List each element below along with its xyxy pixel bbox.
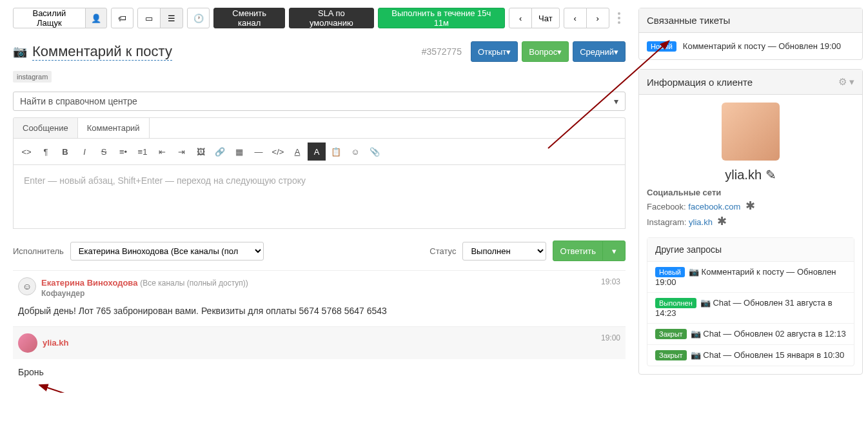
editor-body[interactable]: Enter — новый абзац, Shift+Enter — перех… xyxy=(13,164,626,229)
reply-button[interactable]: Ответить xyxy=(553,241,603,261)
star-icon[interactable]: ✱ xyxy=(745,199,755,212)
camera-icon: 📷 xyxy=(13,44,27,59)
outdent-icon[interactable]: ⇤ xyxy=(153,143,171,161)
ig-label: Instagram: xyxy=(647,217,686,227)
bold-icon[interactable]: B xyxy=(56,143,74,161)
sidebar: Связанные тикеты Новый Комментарий к пос… xyxy=(638,0,868,393)
italic-icon[interactable]: I xyxy=(75,143,94,161)
fb-label: Facebook: xyxy=(647,202,686,212)
related-ticket-link[interactable]: Комментарий к посту — Обновлен 19:00 xyxy=(683,41,841,51)
caret-down-icon: ▾ xyxy=(506,47,511,57)
status-badge: Новый xyxy=(647,41,676,52)
other-request-item[interactable]: Закрыт📷 Chat — Обновлен 02 августа в 12:… xyxy=(647,324,854,345)
sla-button[interactable]: SLA по умолчанию xyxy=(289,8,374,28)
tag-button[interactable]: 🏷 xyxy=(111,8,133,28)
tag-instagram[interactable]: instagram xyxy=(13,71,52,83)
type-button[interactable]: Вопрос ▾ xyxy=(522,41,569,62)
msg-time: 19:03 xyxy=(601,277,620,286)
user-icon-button[interactable]: 👤 xyxy=(85,8,108,28)
ol-icon[interactable]: ≡1 xyxy=(133,143,152,161)
client-avatar xyxy=(722,103,780,161)
user-icon: 👤 xyxy=(91,14,101,23)
nav-next-button[interactable]: › xyxy=(586,8,609,28)
status-label: Статус xyxy=(429,246,456,256)
status-badge: Выполнен xyxy=(655,298,696,308)
paragraph-icon[interactable]: ¶ xyxy=(37,143,55,161)
user-button[interactable]: Василий Лащук xyxy=(13,8,86,28)
ul-icon[interactable]: ≡• xyxy=(114,143,132,161)
msg-author[interactable]: ylia.kh xyxy=(43,338,68,348)
gear-icon[interactable]: ⚙ ▾ xyxy=(838,76,854,88)
assignee-select[interactable]: Екатерина Виноходова (Все каналы (полный… xyxy=(70,242,264,261)
layout-list-button[interactable]: ☰ xyxy=(160,8,183,28)
link-icon[interactable]: 🔗 xyxy=(211,143,229,161)
avatar xyxy=(18,333,37,353)
msg-subtitle: Кофаундер xyxy=(41,289,84,298)
status-select[interactable]: Выполнен xyxy=(462,242,546,261)
hr-icon[interactable]: — xyxy=(250,143,268,161)
ticket-title[interactable]: Комментарий к посту xyxy=(32,43,172,61)
message-block: ylia.kh 19:00 xyxy=(13,326,626,359)
camera-icon: 📷 xyxy=(691,350,701,360)
camera-icon: 📷 xyxy=(689,267,699,277)
layout-wide-button[interactable]: ▭ xyxy=(137,8,161,28)
chat-button[interactable]: Чат xyxy=(531,8,560,28)
edit-icon[interactable]: ✎ xyxy=(765,168,776,182)
social-label: Социальные сети xyxy=(647,188,854,197)
other-request-item[interactable]: Закрыт📷 Chat — Обновлен 15 января в 10:3… xyxy=(647,345,854,366)
strike-icon[interactable]: S xyxy=(95,143,113,161)
clock-button[interactable]: 🕐 xyxy=(187,8,210,28)
layout-wide-icon: ▭ xyxy=(145,14,153,23)
chevron-left-icon: ‹ xyxy=(573,14,576,23)
priority-button[interactable]: Средний ▾ xyxy=(573,41,626,62)
help-center-search[interactable]: Найти в справочном центре ▾ xyxy=(13,92,626,111)
image-icon[interactable]: 🖼 xyxy=(192,143,210,161)
font-color-icon[interactable]: A xyxy=(288,143,306,161)
avatar: ☺ xyxy=(18,277,36,295)
tab-message[interactable]: Сообщение xyxy=(14,118,78,138)
panel-header: Связанные тикеты xyxy=(639,8,862,33)
request-text: Chat — Обновлен 02 августа в 12:13 xyxy=(703,329,845,339)
status-button[interactable]: Открыт ▾ xyxy=(471,41,518,62)
bg-color-icon[interactable]: A xyxy=(308,143,326,161)
chevron-right-icon: › xyxy=(596,14,598,23)
fb-link[interactable]: facebook.com xyxy=(688,202,740,212)
table-icon[interactable]: ▦ xyxy=(230,143,248,161)
deadline-button[interactable]: Выполнить в течение 15ч 11м xyxy=(378,8,505,28)
msg-body: Бронь xyxy=(13,359,626,385)
star-icon[interactable]: ✱ xyxy=(717,215,727,228)
more-menu[interactable] xyxy=(613,12,626,24)
emoji-icon[interactable]: ☺ xyxy=(346,143,364,161)
caret-down-icon: ▾ xyxy=(612,246,616,256)
chat-prev-button[interactable]: ‹ xyxy=(509,8,532,28)
msg-author[interactable]: Екатерина Виноходова xyxy=(41,278,137,288)
request-text: Chat — Обновлен 15 января в 10:30 xyxy=(703,350,844,360)
chevron-left-icon: ‹ xyxy=(519,14,522,23)
other-request-item[interactable]: Новый📷 Комментарий к посту — Обновлен 19… xyxy=(647,262,854,293)
caret-down-icon: ▾ xyxy=(614,96,618,106)
svg-line-0 xyxy=(45,387,161,393)
ticket-id: #3572775 xyxy=(422,46,462,57)
ig-link[interactable]: ylia.kh xyxy=(689,217,713,227)
tab-comment[interactable]: Комментарий xyxy=(78,118,150,138)
codeblock-icon[interactable]: </> xyxy=(269,143,287,161)
msg-time: 19:00 xyxy=(601,333,620,342)
camera-icon: 📷 xyxy=(691,329,701,339)
nav-prev-button[interactable]: ‹ xyxy=(564,8,587,28)
paste-icon[interactable]: 📋 xyxy=(327,143,345,161)
other-request-item[interactable]: Выполнен📷 Chat — Обновлен 31 августа в 1… xyxy=(647,293,854,324)
reply-dropdown-button[interactable]: ▾ xyxy=(602,241,626,261)
related-tickets-panel: Связанные тикеты Новый Комментарий к пос… xyxy=(638,8,863,60)
msg-role: (Все каналы (полный доступ)) xyxy=(140,279,248,288)
tag-icon: 🏷 xyxy=(118,14,126,23)
top-toolbar: Василий Лащук 👤 🏷 ▭ ☰ 🕐 Сменить канал SL… xyxy=(13,8,626,28)
panel-header: Информация о клиенте xyxy=(647,77,753,88)
code-view-icon[interactable]: <> xyxy=(17,143,35,161)
message-block: ☺ Екатерина Виноходова (Все каналы (полн… xyxy=(13,270,626,326)
layout-list-icon: ☰ xyxy=(168,14,175,23)
indent-icon[interactable]: ⇥ xyxy=(172,143,190,161)
msg-body: Добрый день! Лот 765 забронирован вами. … xyxy=(18,298,620,320)
change-channel-button[interactable]: Сменить канал xyxy=(213,8,285,28)
client-info-panel: Информация о клиенте ⚙ ▾ ylia.kh ✎ Социа… xyxy=(638,69,863,375)
attach-icon[interactable]: 📎 xyxy=(366,143,384,161)
